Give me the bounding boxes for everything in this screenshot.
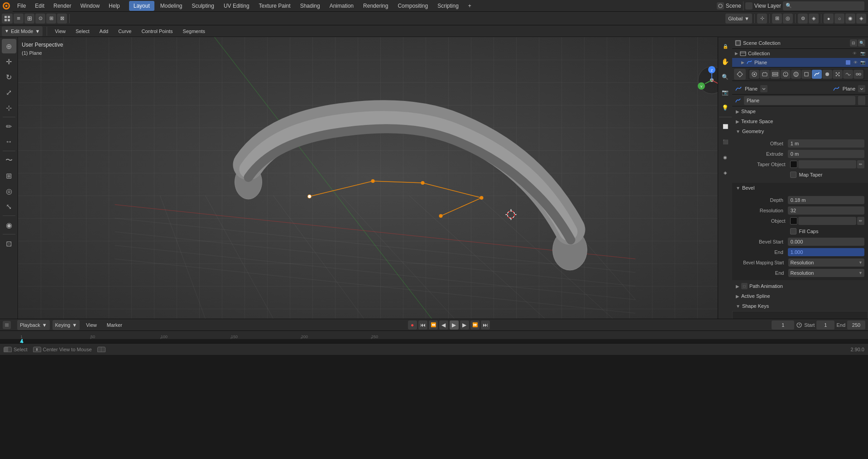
play-btn[interactable]: ▶ [450,320,459,330]
jump-start-btn[interactable]: ⏮ [418,320,427,330]
prop-tab-material[interactable] [822,70,832,79]
prop-tab-world[interactable] [791,70,801,79]
workspace-add[interactable]: + [464,0,476,12]
fill-caps-checkbox[interactable] [790,228,796,234]
prev-frame-btn[interactable]: ◀ [439,320,448,330]
workspace-texture-paint[interactable]: Texture Paint [254,0,295,12]
tool-move[interactable]: ✛ [2,54,16,69]
menu-render[interactable]: Render [49,0,76,12]
pivot-btn[interactable]: ⊹ [757,14,767,24]
bevel-end-value[interactable]: 1.000 [788,248,864,256]
data-browse-btn[interactable] [760,85,767,92]
tool-annotate[interactable]: ✏ [2,119,16,134]
bevel-object-value[interactable] [798,217,856,225]
texture-space-section-header[interactable]: ▶ Texture Space [732,116,868,126]
menu-segments[interactable]: Segments [179,26,209,36]
tool-tilt[interactable]: ⤡ [2,199,16,214]
prev-keyframe-btn[interactable]: ⏪ [429,320,438,330]
snap-btn[interactable]: ⊞ [46,14,56,24]
viewport-lock-btn[interactable]: 🔒 [718,39,733,53]
material-btn[interactable]: ◉ [845,14,855,24]
extrude-value[interactable]: 0 m [788,150,864,158]
viewport-solid-mode[interactable]: ⬛ [718,134,733,149]
offset-value[interactable]: 1 m [788,139,864,148]
workspace-animation[interactable]: Animation [325,0,358,12]
outliner-search-btn[interactable]: 🔍 [858,39,865,47]
menu-view[interactable]: View [51,26,69,36]
menu-control-points[interactable]: Control Points [138,26,176,36]
tool-scale[interactable]: ⤢ [2,85,16,100]
toggle-n-panel[interactable]: ≡ [14,14,24,24]
outliner-plane-item[interactable]: ▶ Plane 👁 📷 [732,58,868,67]
search-bar[interactable]: 🔍 [783,1,864,10]
resolution-value[interactable]: 32 [788,206,864,215]
bevel-object-edit-btn[interactable]: ✏ [857,217,864,225]
viewport-wire-mode[interactable]: ⬜ [718,119,733,134]
next-frame-btn[interactable]: ▶ [460,320,469,330]
outliner-filter-btn[interactable]: ⊟ [850,39,857,47]
prop-tab-object-data[interactable] [734,69,746,80]
prop-tab-physics[interactable] [843,70,853,79]
path-animation-section-header[interactable]: ▶ □ Path Animation [732,281,868,291]
path-anim-checkbox-icon[interactable]: □ [741,283,748,289]
workspace-layout[interactable]: Layout [129,1,154,11]
current-frame-field[interactable]: 1 [772,320,794,330]
keying-dropdown[interactable]: Keying ▼ [53,320,80,330]
prop-tab-render[interactable] [749,70,759,79]
taper-object-edit-btn[interactable]: ✏ [857,160,864,168]
proportional-btn[interactable]: ◎ [783,14,793,24]
shape-section-header[interactable]: ▶ Shape [732,106,868,116]
taper-object-value[interactable] [798,160,856,168]
workspace-uv-editing[interactable]: UV Editing [219,0,254,12]
menu-curve[interactable]: Curve [115,26,135,36]
overlay-btn[interactable]: ⊜ [798,14,808,24]
tool-cursor[interactable]: ⊕ [2,39,16,53]
tool-measure[interactable]: ↔ [2,134,16,149]
bevel-mapping-end-dropdown[interactable]: Resolution ▼ [788,269,864,277]
timeline-body[interactable]: 1 50 100 150 200 250 [0,331,868,343]
wireframe-btn[interactable]: ○ [834,14,844,24]
timeline-marker-menu[interactable]: Marker [103,320,126,330]
object-name-field[interactable]: Plane [744,96,855,105]
menu-edit[interactable]: Edit [30,0,49,12]
map-taper-checkbox[interactable] [790,172,796,178]
xray-btn[interactable]: ◈ [809,14,819,24]
workspace-sculpting[interactable]: Sculpting [187,0,219,12]
prop-tab-output[interactable] [760,70,770,79]
viewport-hand-btn[interactable]: ✋ [718,54,733,69]
menu-add[interactable]: Add [96,26,112,36]
workspace-shading[interactable]: Shading [296,0,325,12]
prop-tab-object[interactable] [801,70,811,79]
tool-extrude[interactable]: ⊞ [2,168,16,183]
object-fake-user-btn[interactable] [858,96,865,105]
viewport-material-mode[interactable]: ◉ [718,150,733,164]
menu-window[interactable]: Window [76,0,104,12]
bevel-mapping-start-dropdown[interactable]: Resolution ▼ [788,258,864,267]
workspace-modeling[interactable]: Modeling [156,0,187,12]
viewport-zoom-btn[interactable]: 🔍 [718,70,733,84]
solid-btn[interactable]: ● [824,14,834,24]
viewport-light-btn[interactable]: 💡 [718,100,733,115]
timeline-view-menu[interactable]: View [82,320,101,330]
bevel-section-header[interactable]: ▼ Bevel [732,183,868,193]
geometry-section-header[interactable]: ▼ Geometry [732,126,868,136]
mesh-btn[interactable]: ⊠ [57,14,67,24]
jump-end-btn[interactable]: ⏭ [481,320,490,330]
next-keyframe-btn[interactable]: ⏩ [470,320,480,330]
depth-value[interactable]: 0.18 m [788,196,864,204]
record-btn[interactable]: ● [408,320,417,330]
prop-tab-view-layer[interactable] [770,70,780,79]
origin-btn[interactable]: ⊙ [35,14,45,24]
bevel-start-value[interactable]: 0.000 [788,238,864,246]
editor-type-btn[interactable] [2,14,13,24]
workspace-scripting[interactable]: Scripting [433,0,463,12]
workspace-rendering[interactable]: Rendering [359,0,393,12]
menu-help[interactable]: Help [104,0,125,12]
tool-transform[interactable]: ⊹ [2,100,16,115]
menu-file[interactable]: File [13,0,30,12]
timeline-editor-icon[interactable] [3,321,11,329]
prop-tab-constraints[interactable] [854,70,863,79]
workspace-compositing[interactable]: Compositing [393,0,432,12]
outliner-scene-collection[interactable]: ▶ Collection 👁 📷 [732,49,868,58]
transform-space-dropdown[interactable]: Global ▼ [725,14,752,24]
